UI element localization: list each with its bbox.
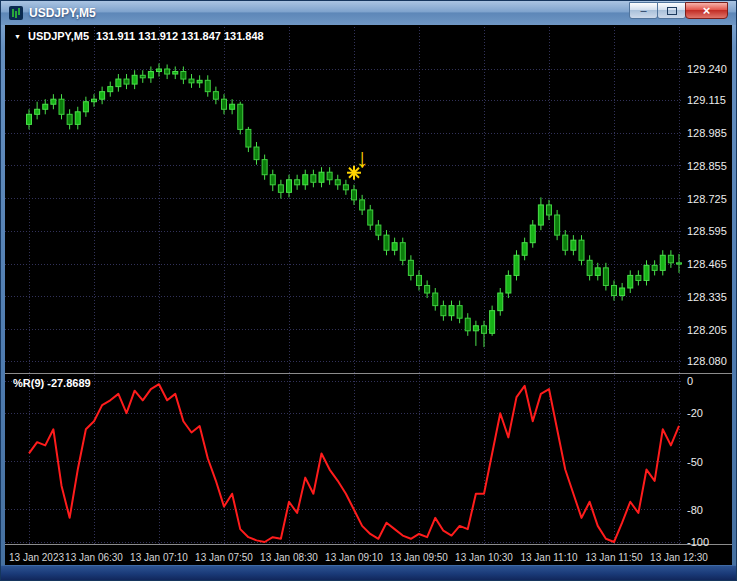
candle: [547, 205, 552, 215]
restore-icon: [667, 7, 677, 15]
indicator-tick-label: -20: [687, 407, 703, 419]
candle: [595, 268, 600, 276]
indicator-tick-label: -50: [687, 456, 703, 468]
candle: [222, 99, 227, 109]
candle: [433, 293, 438, 306]
candle: [482, 326, 487, 334]
restore-button[interactable]: [657, 2, 686, 19]
candle: [140, 75, 145, 78]
time-label: 13 Jan 08:30: [260, 552, 318, 563]
candle: [677, 263, 682, 264]
close-button[interactable]: ×: [685, 2, 728, 19]
time-label: 13 Jan 11:10: [520, 552, 578, 563]
price-tick-label: 128.205: [687, 324, 727, 336]
time-label: 13 Jan 06:30: [65, 552, 123, 563]
candle: [555, 215, 560, 235]
indicator-tick-label: -100: [687, 536, 709, 548]
candle: [67, 114, 72, 124]
candle: [157, 69, 162, 72]
candle: [303, 175, 308, 185]
candle: [335, 180, 340, 185]
chart-client-area: 129.240129.115128.985128.855128.725128.5…: [5, 25, 732, 565]
candle: [425, 285, 430, 293]
time-label: 13 Jan 09:10: [325, 552, 383, 563]
candle: [603, 268, 608, 286]
candle: [238, 104, 243, 129]
candle: [352, 190, 357, 200]
candle: [449, 306, 454, 316]
time-label: 13 Jan 11:50: [585, 552, 643, 563]
window-title: USDJPY,M5: [29, 6, 96, 20]
price-tick-label: 128.595: [687, 225, 727, 237]
candle: [530, 225, 535, 243]
candle: [270, 175, 275, 185]
candle: [116, 79, 121, 87]
candle: [295, 180, 300, 185]
time-label: 13 Jan 12:30: [650, 552, 708, 563]
candle: [173, 72, 178, 75]
candle: [506, 275, 511, 293]
candle: [311, 175, 316, 183]
candle: [400, 243, 405, 261]
indicator-label: %R(9) -27.8689: [13, 377, 91, 389]
chart-canvas[interactable]: 129.240129.115128.985128.855128.725128.5…: [5, 25, 732, 565]
candle: [230, 104, 235, 109]
candle: [108, 87, 113, 92]
candle: [457, 306, 462, 319]
candle: [376, 225, 381, 235]
candle: [571, 240, 576, 250]
close-icon: ×: [703, 4, 711, 17]
candle: [587, 260, 592, 275]
price-tick-label: 128.080: [687, 355, 727, 367]
candle: [522, 243, 527, 256]
candle: [197, 80, 202, 83]
wpr-line: [29, 384, 679, 542]
candle: [490, 311, 495, 334]
time-label: 13 Jan 07:50: [195, 552, 253, 563]
price-tick-label: 129.240: [687, 63, 727, 75]
candle: [343, 185, 348, 190]
candle: [148, 72, 153, 78]
candle: [644, 265, 649, 280]
chart-symbol-label: USDJPY,M5: [28, 30, 89, 42]
candle: [27, 114, 32, 124]
candle: [262, 160, 267, 175]
candle: [360, 200, 365, 210]
chart-ohlc-values: 131.911 131.912 131.847 131.848: [96, 30, 264, 42]
candle: [473, 326, 478, 331]
candle: [246, 129, 251, 147]
time-label: 13 Jan 07:10: [130, 552, 188, 563]
minimize-button[interactable]: –: [629, 2, 658, 19]
candle: [278, 185, 283, 193]
candle: [392, 243, 397, 251]
price-tick-label: 128.335: [687, 291, 727, 303]
candle: [538, 205, 543, 225]
candle: [668, 255, 673, 263]
candle: [384, 235, 389, 250]
candle: [181, 72, 186, 80]
window-controls: – ×: [630, 2, 728, 19]
chart-window-icon: [9, 6, 23, 20]
candle: [205, 80, 210, 91]
candle: [465, 318, 470, 331]
chart-collapse-icon[interactable]: ▼: [14, 33, 21, 40]
minimize-icon: –: [640, 5, 646, 16]
candle: [408, 260, 413, 275]
candle: [327, 172, 332, 180]
title-bar[interactable]: USDJPY,M5 – ×: [1, 1, 736, 25]
candle: [92, 99, 97, 102]
window-bottom-frame: [1, 565, 736, 580]
candle: [563, 235, 568, 250]
candle: [620, 288, 625, 296]
candle: [441, 306, 446, 316]
candle: [59, 99, 64, 114]
price-tick-label: 128.465: [687, 258, 727, 270]
price-tick-label: 128.985: [687, 127, 727, 139]
chart-window: USDJPY,M5 – × 129.240129.115128.985128.8…: [0, 0, 737, 581]
candle: [254, 147, 259, 160]
candle: [83, 102, 88, 112]
candle: [319, 172, 324, 182]
candle: [287, 180, 292, 193]
candle: [368, 210, 373, 225]
candle: [100, 92, 105, 100]
